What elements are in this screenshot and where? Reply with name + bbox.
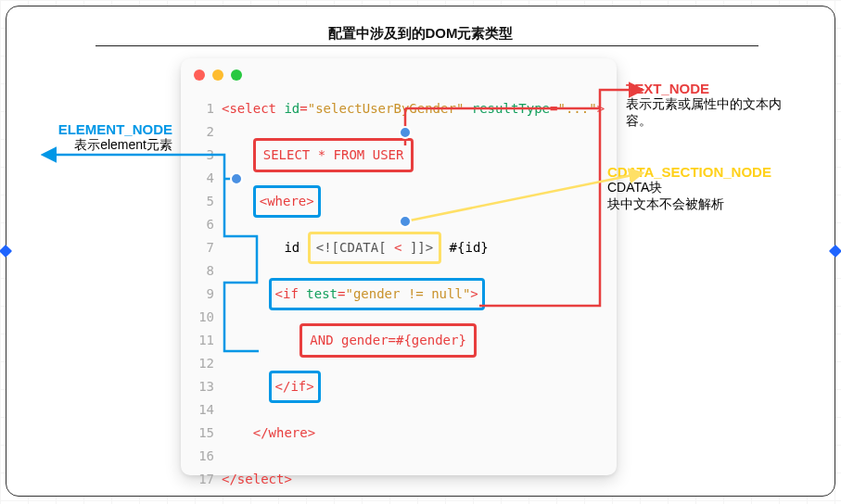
line-num: 5	[194, 190, 214, 213]
val-test: "gender != null"	[345, 286, 470, 301]
line-num: 2	[194, 120, 214, 144]
code-line-16: 16	[194, 445, 604, 468]
if-close: </if>	[275, 379, 314, 394]
minimize-icon[interactable]	[212, 69, 223, 81]
diagram-frame: 配置中涉及到的DOM元素类型 1 <select id="selectUserB…	[6, 6, 835, 497]
attr-test: test	[306, 286, 338, 301]
line-num: 6	[194, 213, 214, 236]
window-traffic-lights	[194, 69, 242, 81]
title-rule	[96, 45, 758, 46]
annotation-cdata-node: CDATA_SECTION_NODE CDATA块 块中文本不会被解析	[607, 164, 807, 213]
if-open: <if	[275, 286, 307, 301]
line-num: 1	[194, 97, 214, 120]
annotation-element-node: ELEMENT_NODE 表示element元素	[29, 121, 172, 154]
cdata-close: ]]>	[410, 240, 433, 255]
attr-id: id	[284, 97, 299, 120]
select-close: </select>	[222, 468, 292, 491]
select-open-start: <select	[222, 97, 284, 120]
cdata-highlight: <![CDATA[ < ]]>	[308, 232, 441, 264]
annotation-desc: CDATA块 块中文本不会被解析	[607, 180, 807, 213]
annotation-text-node: TEXT_NODE 表示元素或属性中的文本内容。	[626, 81, 807, 130]
zoom-icon[interactable]	[231, 69, 242, 81]
val-rt: "..."	[557, 97, 596, 120]
close-icon[interactable]	[194, 69, 205, 81]
line-num: 15	[194, 422, 214, 445]
id-prefix: id	[284, 236, 307, 259]
code-line-3: 3 SELECT * FROM USER	[194, 144, 604, 167]
code-line-7: 7 id <![CDATA[ < ]]> #{id}	[194, 236, 604, 259]
diagram-title: 配置中涉及到的DOM元素类型	[6, 25, 835, 43]
line-num: 12	[194, 352, 214, 375]
line-num: 11	[194, 329, 214, 352]
sql-text: SELECT * FROM USER	[263, 147, 404, 162]
eq1: =	[299, 97, 307, 120]
code-line-9: 9 <if test="gender != null">	[194, 283, 604, 306]
line-num: 3	[194, 144, 214, 167]
line-num: 8	[194, 259, 214, 283]
eq2: =	[550, 97, 557, 120]
if-open-end: >	[470, 286, 478, 301]
annotation-desc: 表示元素或属性中的文本内容。	[626, 96, 807, 130]
code-line-13: 13 </if>	[194, 375, 604, 398]
select-open-end: >	[597, 97, 605, 120]
line-num: 17	[194, 468, 214, 491]
line-num: 16	[194, 445, 214, 468]
annotation-title: ELEMENT_NODE	[29, 121, 172, 137]
element-node-highlight-endif: </if>	[269, 371, 321, 403]
id-suffix: #{id}	[441, 236, 489, 259]
element-node-highlight-if: <if test="gender != null">	[269, 278, 485, 310]
code-window: 1 <select id="selectUserByGender" result…	[181, 58, 617, 475]
line-num: 13	[194, 375, 214, 398]
code-line-14: 14	[194, 398, 604, 422]
val-id: "selectUserByGender"	[308, 97, 465, 120]
code-line-1: 1 <select id="selectUserByGender" result…	[194, 97, 604, 120]
line-num: 9	[194, 283, 214, 306]
annotation-title: CDATA_SECTION_NODE	[607, 164, 807, 180]
cdata-content: <	[394, 240, 410, 255]
line-num: 10	[194, 306, 214, 329]
sql-text-2: AND gender=#{gender}	[310, 333, 466, 347]
line-num: 4	[194, 167, 214, 190]
code-area: 1 <select id="selectUserByGender" result…	[181, 92, 617, 475]
attr-rt: resultType	[464, 97, 550, 120]
cdata-open: <![CDATA[	[316, 240, 394, 255]
annotation-desc: 表示element元素	[29, 137, 172, 154]
annotation-title: TEXT_NODE	[626, 81, 807, 96]
line-num: 14	[194, 398, 214, 422]
line-num: 7	[194, 236, 214, 259]
code-line-15: 15 </where>	[194, 422, 604, 445]
where-open: <where>	[260, 194, 314, 208]
code-line-5: 5 <where>	[194, 190, 604, 213]
text-node-highlight-2: AND gender=#{gender}	[299, 323, 477, 358]
code-line-17: 17 </select>	[194, 468, 604, 491]
code-line-11: 11 AND gender=#{gender}	[194, 329, 604, 352]
text-node-highlight-1: SELECT * FROM USER	[253, 138, 414, 172]
where-close: </where>	[253, 422, 315, 445]
element-node-highlight-where: <where>	[253, 185, 321, 218]
